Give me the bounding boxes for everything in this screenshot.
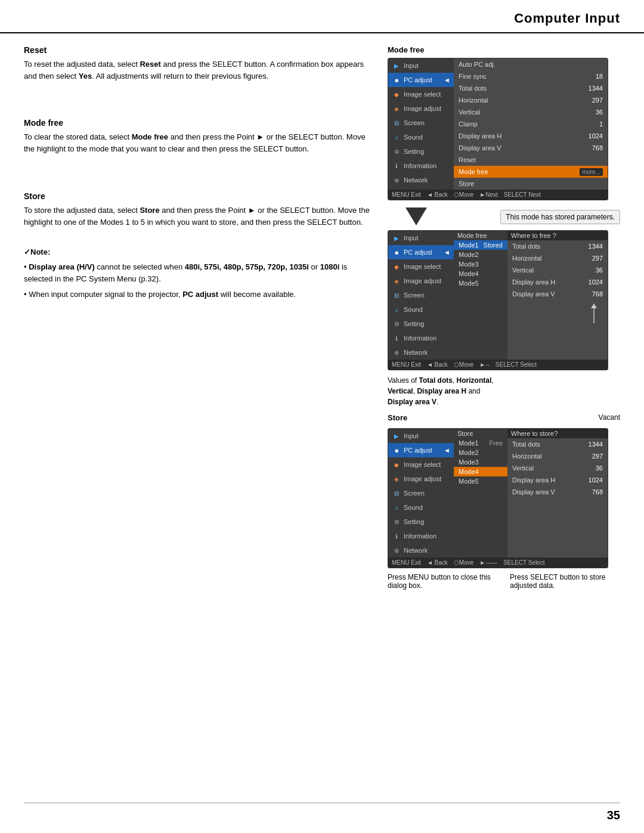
sidebar-image-adjust: ◈ Image adjust: [388, 101, 454, 116]
image-adjust3-icon: ◈: [392, 474, 401, 484]
sidebar-information: ℹ Information: [388, 159, 454, 173]
mode4: Mode4: [454, 269, 507, 278]
sidebar-image-select: ◆ Image select: [388, 87, 454, 101]
row-vertical: Vertical36: [454, 106, 608, 118]
sidebar-sound: ♪ Sound: [388, 130, 454, 144]
sidebar2-information: ℹ Information: [388, 331, 454, 345]
store-popup-header: Store Where to store?: [454, 429, 608, 438]
sound-icon: ♪: [392, 132, 401, 142]
footer3-move: ⬡Move: [454, 559, 473, 566]
footer-next: ►Next: [479, 191, 497, 198]
footer-3: MENU Exit ◄ Back ⬡Move ►------ SELECT Se…: [388, 558, 608, 568]
footer-back: ◄ Back: [427, 191, 448, 198]
footer2-move: ⬡Move: [454, 361, 473, 368]
mode2: Mode2: [454, 250, 507, 259]
note-bullet1: • Display area (H/V) cannot be selected …: [24, 261, 370, 285]
pc-adjust3-icon: ■: [392, 445, 401, 455]
right-column: Mode free ▶ Input ■ PC adjust ◄: [388, 45, 620, 590]
press-select-col: Press SELECT button to store adjusted da…: [510, 573, 620, 590]
footer2-select: SELECT Select: [496, 361, 537, 368]
row-reset: Reset: [454, 154, 608, 166]
store-mode3: Mode3: [454, 457, 507, 467]
press-menu-text: Press MENU button to close this dialog b…: [388, 573, 491, 590]
sidebar2-screen: ⊟ Screen: [388, 288, 454, 302]
popup-panel-mode-free: Mode free Where to free ? Mode1 Stored M…: [454, 231, 608, 360]
sidebar3-setting: ⚙ Setting: [388, 515, 454, 529]
image-adjust2-icon: ◈: [392, 276, 401, 286]
store-body: To store the adjusted data, select Store…: [24, 205, 370, 228]
row-horizontal: Horizontal297: [454, 94, 608, 106]
popup-header: Mode free Where to free ?: [454, 231, 608, 240]
footer-1: MENU Exit ◄ Back ⬡Move ►Next SELECT Next: [388, 190, 608, 200]
press-instructions: Press MENU button to close this dialog b…: [388, 573, 620, 590]
row-auto-pc: Auto PC adj.: [454, 58, 608, 70]
sound3-icon: ♪: [392, 503, 401, 512]
arrow-indicator: [507, 300, 608, 329]
press-select-text: Press SELECT button to store adjusted da…: [510, 573, 606, 590]
footer-move: ⬡Move: [454, 191, 473, 198]
store-mode-list: Mode1 Free Mode2 Mode3 Mode4 Mode5: [454, 438, 507, 558]
popup-header-right: Where to free ?: [507, 231, 608, 240]
store-mode2: Mode2: [454, 448, 507, 457]
sidebar2-input: ▶ Input: [388, 231, 454, 245]
sidebar2-image-adjust: ◈ Image adjust: [388, 274, 454, 288]
information-icon: ℹ: [392, 161, 401, 171]
sidebar3-screen: ⊟ Screen: [388, 486, 454, 500]
press-menu-col: Press MENU button to close this dialog b…: [388, 573, 498, 590]
setting-icon: ⚙: [392, 147, 401, 156]
footer-menu-exit: MENU Exit: [392, 191, 421, 198]
sidebar-2: ▶ Input ■ PC adjust ◄ ◆ Image select: [388, 231, 454, 360]
sidebar-setting: ⚙ Setting: [388, 144, 454, 159]
store-popup-body: Mode1 Free Mode2 Mode3 Mode4 Mode5 Total: [454, 438, 608, 558]
mode-list: Mode1 Stored Mode2 Mode3 Mode4 Mode5: [454, 240, 507, 360]
projector-ui-1: ▶ Input ■ PC adjust ◄ ◆ Image select: [388, 58, 608, 200]
page-header: Computer Input: [0, 0, 644, 33]
input-icon: ▶: [392, 61, 401, 70]
callout-mode-free: This mode has stored parameters.: [500, 210, 620, 224]
store-header-left: Store: [454, 429, 507, 438]
popup-body: Mode1 Stored Mode2 Mode3 Mode4 Mode5 Tot: [454, 240, 608, 360]
main-content: Reset To reset the adjusted data, select…: [0, 33, 644, 602]
information3-icon: ℹ: [392, 531, 401, 541]
note-bullet2: • When input computer signal to the proj…: [24, 289, 370, 301]
vacant-label: Vacant: [599, 413, 620, 426]
store-values-panel: Total dots1344 Horizontal297 Vertical36 …: [507, 438, 608, 558]
row-total-dots: Total dots1344: [454, 82, 608, 94]
val-display-v: Display area V768: [507, 288, 608, 300]
store-header-right: Where to store?: [507, 429, 608, 438]
svg-marker-1: [591, 304, 597, 308]
sidebar2-network: ⊕ Network: [388, 345, 454, 360]
mode-free-body: To clear the stored data, select Mode fr…: [24, 131, 370, 155]
information2-icon: ℹ: [392, 333, 401, 343]
sidebar-pc-adjust: ■ PC adjust ◄: [388, 73, 454, 87]
network-icon: ⊕: [392, 175, 401, 185]
footer3-select: SELECT Select: [503, 559, 544, 566]
sidebar-network: ⊕ Network: [388, 173, 454, 187]
screenshot-store-popup: ▶ Input ■ PC adjust ◄ ◆ Image select: [388, 428, 620, 568]
footer2-menu: MENU Exit: [392, 361, 421, 368]
sidebar-input: ▶ Input: [388, 58, 454, 73]
pc-adjust-icon: ■: [392, 75, 401, 85]
mode3: Mode3: [454, 259, 507, 269]
image-select3-icon: ◆: [392, 460, 401, 469]
note-check: ✓Note:: [24, 246, 370, 259]
row-store: Store: [454, 178, 608, 190]
store-mode5: Mode5: [454, 476, 507, 486]
mode1-stored: Mode1 Stored: [454, 240, 507, 250]
page-number: 35: [607, 809, 620, 822]
sidebar-1: ▶ Input ■ PC adjust ◄ ◆ Image select: [388, 58, 454, 190]
footer-2: MENU Exit ◄ Back ⬡Move ►-- SELECT Select: [388, 360, 608, 370]
val-horizontal: Horizontal297: [507, 252, 608, 264]
projector-ui-3: ▶ Input ■ PC adjust ◄ ◆ Image select: [388, 428, 608, 568]
footer-divider: [24, 803, 620, 803]
row-clamp: Clamp1: [454, 118, 608, 130]
sidebar2-image-select: ◆ Image select: [388, 259, 454, 274]
setting2-icon: ⚙: [392, 319, 401, 329]
store-mode1: Mode1 Free: [454, 438, 507, 448]
up-arrow-svg: [585, 302, 603, 326]
footer3-back: ◄ Back: [427, 559, 448, 566]
sidebar3-network: ⊕ Network: [388, 543, 454, 558]
sidebar2-setting: ⚙ Setting: [388, 317, 454, 331]
store-val-display-v: Display area V768: [507, 486, 608, 498]
store-val-total-dots: Total dots1344: [507, 438, 608, 450]
